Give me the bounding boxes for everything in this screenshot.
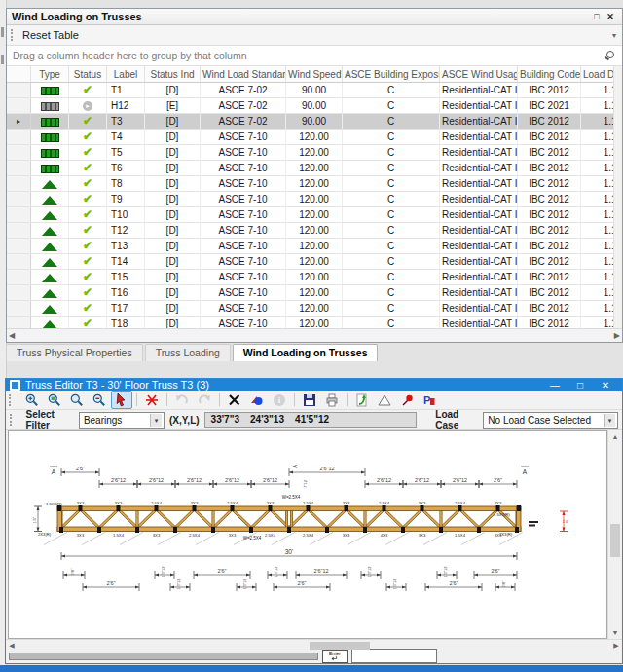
maximize-icon[interactable]: □ xyxy=(590,11,604,22)
info-icon[interactable]: i xyxy=(269,391,290,409)
close-icon[interactable]: ✕ xyxy=(604,11,617,22)
chevron-down-icon[interactable]: ▾ xyxy=(150,414,162,427)
column-header[interactable]: ASCE Building Exposure xyxy=(343,66,440,83)
row-selector[interactable] xyxy=(7,161,31,176)
scroll-down-icon[interactable]: ▼ xyxy=(608,626,622,639)
minimize-icon[interactable]: — xyxy=(542,380,568,391)
column-header[interactable]: ASCE Wind Usage xyxy=(440,66,518,83)
canvas-vertical-scrollbar[interactable]: ▲ ▼ xyxy=(607,430,622,639)
column-header[interactable]: Status Ind xyxy=(145,66,201,83)
table-row[interactable]: ▸✔T3[D]ASCE 7-0290.00CResidential-CAT II… xyxy=(7,114,622,130)
tab-truss-physical-properties[interactable]: Truss Physical Properties xyxy=(6,344,143,361)
scroll-left-icon[interactable]: ◀ xyxy=(9,331,15,340)
canvas-horizontal-scrollbar[interactable]: ◀ ▶ xyxy=(6,639,622,649)
table-horizontal-scrollbar[interactable]: ◀ ▶ xyxy=(7,328,622,342)
row-selector[interactable] xyxy=(7,83,31,98)
chevron-down-icon[interactable]: ▾ xyxy=(604,414,615,427)
save-icon[interactable] xyxy=(299,391,320,409)
view-report-icon[interactable] xyxy=(351,391,373,409)
row-selector[interactable] xyxy=(7,98,31,114)
filter-combobox[interactable]: Bearings ▾ xyxy=(79,412,165,429)
column-header[interactable]: Type xyxy=(31,66,69,83)
svg-text:A: A xyxy=(292,465,298,468)
scroll-right-icon[interactable]: ▶ xyxy=(610,640,622,652)
truss-drawing-canvas[interactable]: 3X33X32.5X43X32.5X43X32.5X43X32.5X43X32.… xyxy=(8,430,607,639)
triangle-tool-icon[interactable] xyxy=(374,391,395,409)
table-row[interactable]: ✔T15[D]ASCE 7-10120.00CResidential-CAT I… xyxy=(7,270,622,285)
row-selector[interactable] xyxy=(7,176,31,192)
column-header[interactable] xyxy=(7,66,31,83)
table-row[interactable]: ▸H12[E]ASCE 7-0290.00CResidential-CAT II… xyxy=(7,98,622,114)
table-row[interactable]: ✔T14[D]ASCE 7-10120.00CResidential-CAT I… xyxy=(7,254,622,270)
table-toolbar: Reset Table ▾ xyxy=(7,25,622,46)
select-pointer-icon[interactable] xyxy=(111,391,132,409)
row-selector[interactable] xyxy=(7,285,31,301)
scroll-up-icon[interactable]: ▲ xyxy=(608,430,622,443)
table-row[interactable]: ✔T10[D]ASCE 7-10120.00CResidential-CAT I… xyxy=(7,207,622,223)
toolbar-overflow-icon[interactable]: ▾ xyxy=(612,31,618,40)
row-selector[interactable] xyxy=(7,145,31,161)
row-selector[interactable] xyxy=(7,192,31,207)
row-selector[interactable] xyxy=(7,207,31,223)
row-selector[interactable] xyxy=(7,317,31,329)
column-header[interactable]: Wind Speed xyxy=(286,66,343,83)
row-selector[interactable]: ▸ xyxy=(7,114,31,130)
table-row[interactable]: ✔T12[D]ASCE 7-10120.00CResidential-CAT I… xyxy=(7,223,622,239)
print-icon[interactable] xyxy=(321,391,343,409)
column-header[interactable]: Status xyxy=(69,66,107,83)
member-report-icon[interactable]: P xyxy=(419,391,440,409)
scroll-right-icon[interactable]: ▶ xyxy=(614,331,620,340)
reset-table-button[interactable]: Reset Table xyxy=(22,29,79,41)
table-vertical-scrollbar[interactable] xyxy=(613,66,622,328)
floor-truss-icon xyxy=(41,102,59,111)
table-row[interactable]: ✔T16[D]ASCE 7-10120.00CResidential-CAT I… xyxy=(7,285,622,301)
row-selector[interactable] xyxy=(7,223,31,239)
check-icon: ✔ xyxy=(83,114,92,128)
column-header[interactable]: Label xyxy=(107,66,145,83)
zoom-page-icon[interactable] xyxy=(44,391,65,409)
undo-icon[interactable] xyxy=(171,391,193,409)
row-selector[interactable] xyxy=(7,254,31,270)
table-row[interactable]: ✔T1[D]ASCE 7-0290.00CResidential-CAT III… xyxy=(7,83,622,98)
table-row[interactable]: ✔T8[D]ASCE 7-10120.00CResidential-CAT II… xyxy=(7,176,622,192)
status-input-field[interactable] xyxy=(351,649,437,663)
row-selector[interactable] xyxy=(7,130,31,145)
row-selector[interactable] xyxy=(7,270,31,285)
delete-icon[interactable] xyxy=(224,391,245,409)
table-row[interactable]: ✔T18[D]ASCE 7-10120.00CResidential-CAT I… xyxy=(7,317,622,329)
search-icon[interactable] xyxy=(605,50,616,61)
table-row[interactable]: ✔T5[D]ASCE 7-10120.00CResidential-CAT II… xyxy=(7,145,622,161)
xyl-label: (X,Y,L) xyxy=(169,415,200,426)
enter-key-button[interactable]: Enter ↵ xyxy=(322,650,348,663)
column-header[interactable]: Wind Load Standard xyxy=(201,66,286,83)
column-header[interactable]: Building Code xyxy=(518,66,581,83)
redo-icon[interactable] xyxy=(194,391,215,409)
zoom-out-icon[interactable] xyxy=(89,391,110,409)
truss-label-cell: T10 xyxy=(107,207,145,223)
pin-tool-icon[interactable] xyxy=(396,391,418,409)
row-selector[interactable] xyxy=(7,239,31,254)
table-header-row[interactable]: TypeStatusLabelStatus IndWind Load Stand… xyxy=(7,66,622,83)
svg-text:3X3: 3X3 xyxy=(77,533,85,538)
close-icon[interactable]: ✕ xyxy=(593,380,618,391)
maximize-icon[interactable]: □ xyxy=(568,380,593,391)
table-row[interactable]: ✔T4[D]ASCE 7-10120.00CResidential-CAT II… xyxy=(7,130,622,145)
scrollbar-thumb[interactable] xyxy=(310,642,370,650)
table-row[interactable]: ✔T6[D]ASCE 7-10120.00CResidential-CAT II… xyxy=(7,161,622,176)
zoom-in-icon[interactable] xyxy=(21,391,43,409)
tab-truss-loading[interactable]: Truss Loading xyxy=(145,344,231,361)
joint-tool-icon[interactable] xyxy=(141,391,163,409)
table-row[interactable]: ✔T9[D]ASCE 7-10120.00CResidential-CAT II… xyxy=(7,192,622,207)
row-selector[interactable] xyxy=(7,301,31,317)
zoom-dynamic-icon[interactable] xyxy=(66,391,88,409)
group-by-bar[interactable]: Drag a column header here to group by th… xyxy=(7,46,622,66)
svg-text:2'6"12: 2'6"12 xyxy=(415,477,429,483)
load-case-combobox[interactable]: No Load Case Selected ▾ xyxy=(483,412,618,429)
tab-wind-loading-on-trusses[interactable]: Wind Loading on Trusses xyxy=(233,344,379,361)
scroll-left-icon[interactable]: ◀ xyxy=(6,640,18,652)
table-row[interactable]: ✔T13[D]ASCE 7-10120.00CResidential-CAT I… xyxy=(7,239,622,254)
check-icon: ✔ xyxy=(83,270,92,283)
plates-icon[interactable] xyxy=(246,391,268,409)
table-row[interactable]: ✔T17[D]ASCE 7-10120.00CResidential-CAT I… xyxy=(7,301,622,317)
scrollbar-thumb[interactable] xyxy=(610,524,620,557)
